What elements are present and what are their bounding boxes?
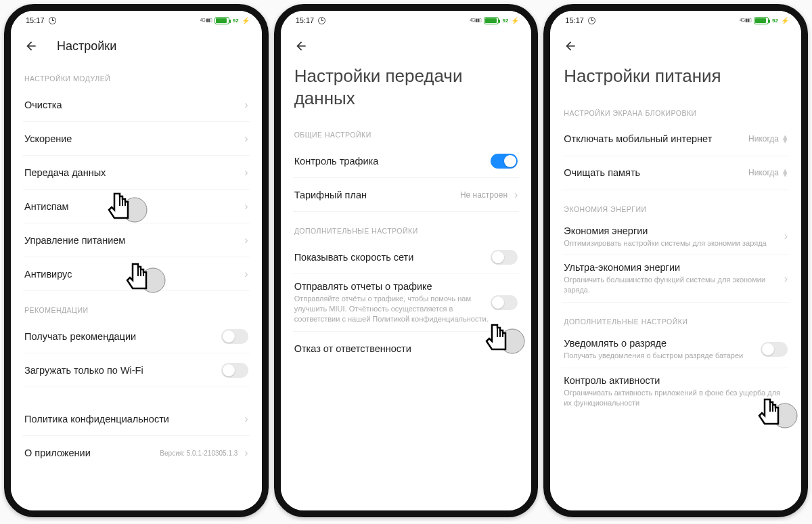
alarm-icon: [49, 17, 56, 24]
header: [550, 27, 801, 60]
status-time: 15:17: [296, 16, 315, 24]
chevron-right-icon: ›: [244, 167, 248, 179]
alarm-icon: [588, 17, 595, 24]
version-text: Версия: 5.0.1-210305.1.3: [160, 450, 238, 457]
row-notify-discharge[interactable]: Уведомлять о разряде Получать уведомлени…: [562, 331, 789, 368]
row-wifi-only[interactable]: Загружать только по Wi-Fi: [23, 353, 250, 387]
chevron-right-icon: ›: [514, 189, 518, 201]
charging-icon: ⚡: [242, 17, 250, 24]
row-data-transfer[interactable]: Передача данных ›: [23, 156, 250, 190]
chevron-right-icon: ›: [244, 133, 248, 145]
arrow-left-icon: [294, 39, 308, 53]
arrow-left-icon: [24, 39, 38, 53]
status-bar: 15:17 4G ▮▮▯ 92 ⚡: [550, 11, 801, 27]
chevron-right-icon: ›: [244, 200, 248, 213]
row-boost[interactable]: Ускорение ›: [23, 122, 250, 156]
section-additional: ДОПОЛНИТЕЛЬНЫЕ НАСТРОЙКИ: [564, 318, 788, 326]
status-time: 15:17: [26, 16, 45, 24]
page-title: Настройки передачи данных: [281, 60, 532, 116]
battery-icon: [754, 17, 769, 24]
row-antivirus[interactable]: Антивирус ›: [23, 257, 250, 291]
header: [281, 27, 532, 60]
row-disclaimer[interactable]: Отказ от ответственности: [293, 332, 520, 366]
toggle-send-reports[interactable]: [491, 295, 518, 310]
chevron-right-icon: ›: [244, 99, 248, 111]
page-title: Настройки питания: [550, 60, 801, 94]
section-modules: НАСТРОЙКИ МОДУЛЕЙ: [24, 74, 248, 83]
battery-icon: [484, 17, 499, 24]
row-traffic-control[interactable]: Контроль трафика: [293, 144, 520, 178]
back-button[interactable]: [560, 35, 581, 57]
row-privacy-policy[interactable]: Политика конфиденциальности ›: [23, 402, 250, 436]
toggle-show-speed[interactable]: [491, 250, 518, 265]
chevron-right-icon: ›: [244, 268, 248, 280]
toggle-traffic-control[interactable]: [491, 154, 518, 169]
status-bar: 15:17 4G ▮▮▯ 92 ⚡: [11, 11, 262, 27]
back-button[interactable]: [290, 35, 312, 57]
row-show-speed[interactable]: Показывать скорость сети: [293, 240, 520, 274]
toggle-notify-discharge[interactable]: [761, 342, 788, 357]
signal-icon: 4G ▮▮▯: [740, 18, 751, 23]
signal-icon: 4G ▮▮▯: [470, 18, 481, 23]
phone-3: 15:17 4G ▮▮▯ 92 ⚡ Настройки питания НАСТ…: [543, 4, 808, 517]
row-tariff-plan[interactable]: Тарифный план Не настроен ›: [293, 178, 520, 212]
toggle-receive-recs[interactable]: [221, 329, 248, 344]
arrow-left-icon: [564, 39, 577, 53]
charging-icon: ⚡: [781, 17, 789, 24]
row-energy-saving[interactable]: Экономия энергии Оптимизировать настройк…: [562, 219, 789, 256]
row-clean[interactable]: Очистка ›: [23, 88, 250, 122]
row-send-reports[interactable]: Отправлять отчеты о трафике Отправляйте …: [293, 274, 520, 332]
sort-icon: ▴▾: [783, 169, 788, 177]
battery-icon: [215, 17, 229, 24]
chevron-right-icon: ›: [244, 234, 248, 246]
chevron-right-icon: ›: [784, 230, 788, 242]
row-disable-mobile[interactable]: Отключать мобильный интернет Никогда ▴▾: [562, 123, 789, 156]
row-receive-recs[interactable]: Получать рекомендации: [23, 320, 250, 353]
signal-icon: 4G ▮▮▯: [200, 18, 211, 23]
value-never: Никогда: [748, 134, 779, 144]
row-activity-control[interactable]: Контроль активности Ограничивать активно…: [562, 368, 789, 415]
status-time: 15:17: [565, 16, 584, 24]
charging-icon: ⚡: [511, 17, 519, 24]
section-general: ОБЩИЕ НАСТРОЙКИ: [294, 131, 518, 139]
phone-2: 15:17 4G ▮▮▯ 92 ⚡ Настройки передачи дан…: [274, 4, 539, 517]
row-power-management[interactable]: Управление питанием ›: [23, 223, 250, 257]
chevron-right-icon: ›: [784, 273, 788, 285]
chevron-right-icon: ›: [244, 413, 248, 425]
section-lockscreen: НАСТРОЙКИ ЭКРАНА БЛОКИРОВКИ: [564, 109, 788, 117]
back-button[interactable]: [20, 35, 42, 57]
section-additional: ДОПОЛНИТЕЛЬНЫЕ НАСТРОЙКИ: [294, 227, 518, 235]
phone-1: 15:17 4G ▮▮▯ 92 ⚡ Настройки НАСТРОЙКИ МО…: [4, 4, 269, 517]
page-title: Настройки: [57, 39, 116, 53]
section-recommendations: РЕКОМЕНДАЦИИ: [24, 306, 248, 314]
alarm-icon: [318, 17, 325, 24]
toggle-wifi-only[interactable]: [221, 363, 248, 378]
row-about[interactable]: О приложении Версия: 5.0.1-210305.1.3 ›: [23, 436, 250, 470]
row-antispam[interactable]: Антиспам ›: [23, 190, 250, 223]
tariff-value: Не настроен: [460, 190, 508, 200]
header: Настройки: [11, 27, 262, 60]
section-energy-saving: ЭКОНОМИЯ ЭНЕРГИИ: [564, 205, 788, 213]
row-clear-memory[interactable]: Очищать память Никогда ▴▾: [562, 156, 789, 190]
status-bar: 15:17 4G ▮▮▯ 92 ⚡: [281, 11, 532, 27]
value-never: Никогда: [748, 168, 779, 177]
sort-icon: ▴▾: [783, 135, 788, 144]
chevron-right-icon: ›: [244, 447, 248, 459]
row-ultra-energy-saving[interactable]: Ультра-экономия энергии Ограничить больш…: [562, 255, 789, 303]
